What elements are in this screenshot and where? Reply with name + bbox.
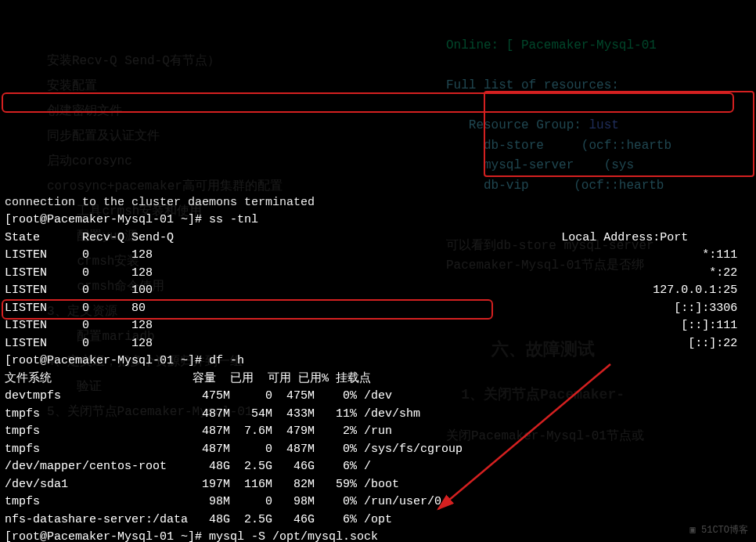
table-row: LISTEN 0 128: [5, 266, 153, 280]
ss-header-left: State Recv-Q Send-Q: [5, 231, 174, 244]
table-row: tmpfs 487M 7.6M 479M 2% /run: [5, 425, 392, 438]
table-row: /dev/mapper/centos-root 48G 2.5G 46G 6% …: [5, 460, 371, 473]
watermark-icon: ▣: [690, 525, 701, 536]
table-row: /dev/sda1 197M 116M 82M 59% /boot: [5, 478, 399, 491]
table-row: LISTEN 0 100: [5, 284, 153, 297]
table-row: tmpfs 487M 0 487M 0% /sys/fs/cgroup: [5, 443, 463, 456]
ss-port: 127.0.0.1:25: [653, 284, 737, 297]
table-row: nfs-datashare-server:/data 48G 2.5G 46G …: [5, 513, 392, 526]
ss-port: *:22: [709, 266, 737, 280]
ss-header-right: Local Address:Port: [561, 231, 688, 244]
command-df: df -h: [209, 354, 244, 367]
shell-prompt: [root@Pacemaker-Mysql-01 ~]#: [5, 354, 209, 367]
ss-port: *:111: [702, 248, 737, 262]
shell-prompt: [root@Pacemaker-Mysql-01 ~]#: [5, 530, 209, 542]
command-mysql: mysql -S /opt/mysql.sock: [209, 530, 378, 542]
command-ss: ss -tnl: [209, 213, 258, 226]
ss-port: [::]:3306: [674, 302, 737, 315]
shell-prompt: [root@Pacemaker-Mysql-01 ~]#: [5, 213, 209, 226]
table-row: LISTEN 0 128: [5, 337, 153, 350]
terminal-output: connection to the cluster daemons termin…: [0, 176, 756, 542]
table-row: LISTEN 0 128: [5, 248, 153, 262]
table-row: tmpfs 487M 54M 433M 11% /dev/shm: [5, 407, 420, 421]
ss-port: [::]:111: [681, 319, 737, 332]
table-row: LISTEN 0 128: [5, 319, 153, 332]
table-row: tmpfs 98M 0 98M 0% /run/user/0: [5, 495, 441, 508]
table-row: devtmpfs 475M 0 475M 0% /dev: [5, 389, 392, 403]
ss-port: [::]:22: [688, 337, 737, 350]
line-warning: connection to the cluster daemons termin…: [5, 196, 315, 209]
table-row: LISTEN 0 80: [5, 302, 146, 315]
df-header: 文件系统 容量 已用 可用 已用% 挂载点: [5, 372, 371, 385]
watermark: ▣ 51CTO博客: [679, 509, 748, 537]
